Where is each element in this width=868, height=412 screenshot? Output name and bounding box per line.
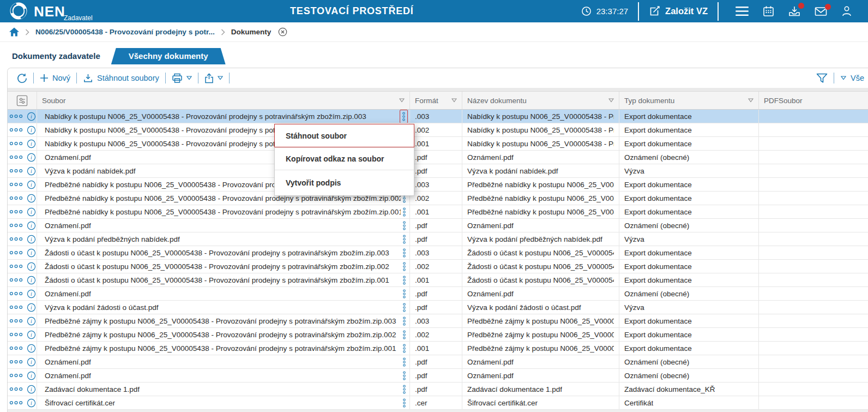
row-actions-icon[interactable]	[9, 401, 23, 405]
row-menu-trigger-icon[interactable]	[401, 260, 408, 273]
row-actions-icon[interactable]	[9, 196, 23, 200]
row-info-icon[interactable]: i	[27, 221, 36, 230]
filter-button[interactable]	[810, 73, 834, 83]
column-header-soubor[interactable]: Soubor	[37, 92, 410, 109]
calendar-icon[interactable]	[763, 5, 774, 17]
row-menu-trigger-icon[interactable]	[401, 329, 408, 341]
row-actions-icon[interactable]	[9, 169, 23, 173]
row-menu-trigger-icon[interactable]	[401, 206, 408, 218]
row-actions-icon[interactable]	[9, 305, 23, 309]
row-info-icon[interactable]: i	[27, 398, 36, 408]
row-info-icon[interactable]: i	[27, 317, 36, 326]
breadcrumb-current[interactable]: Dokumenty	[231, 28, 272, 36]
home-icon[interactable]	[9, 27, 19, 37]
tab-vsechny-dokumenty[interactable]: Všechny dokumenty	[111, 48, 226, 64]
row-menu-trigger-icon[interactable]	[401, 369, 408, 382]
row-menu-trigger-icon[interactable]	[401, 356, 408, 368]
row-actions-icon[interactable]	[9, 250, 23, 255]
close-icon[interactable]	[278, 27, 287, 37]
row-actions-icon[interactable]	[9, 141, 23, 146]
filter-icon[interactable]	[451, 98, 457, 103]
refresh-button[interactable]	[11, 73, 33, 83]
tab-dokumenty-zadavatele[interactable]: Dokumenty zadavatele	[8, 48, 116, 64]
menu-item-stahnout-soubor[interactable]: Stáhnout soubor	[274, 124, 414, 147]
row-info-icon[interactable]: i	[27, 276, 36, 285]
row-info-icon[interactable]: i	[27, 303, 36, 312]
table-row[interactable]: i Žádosti o účast k postupu N006_25_V000…	[8, 273, 868, 287]
row-actions-icon[interactable]	[9, 346, 23, 350]
table-row[interactable]: i Oznámení.pdf .pdf Oznámení.pdf Oznámen…	[8, 355, 868, 369]
row-actions-icon[interactable]	[9, 332, 23, 337]
table-row[interactable]: i Výzva k podání nabídek.pdf .pdf Výzva …	[8, 164, 868, 178]
row-info-icon[interactable]: i	[27, 371, 36, 380]
filter-preset-dropdown[interactable]: Vše	[834, 74, 868, 82]
row-info-icon[interactable]: i	[27, 207, 36, 217]
row-menu-trigger-icon[interactable]	[401, 288, 408, 300]
table-row[interactable]: i Oznámení.pdf .pdf Oznámení.pdf Oznámen…	[8, 369, 868, 383]
table-row[interactable]: i Předběžné nabídky k postupu N006_25_V0…	[8, 192, 868, 205]
row-info-icon[interactable]: i	[27, 194, 36, 203]
row-info-icon[interactable]: i	[27, 289, 36, 298]
row-info-icon[interactable]: i	[27, 139, 36, 148]
row-actions-icon[interactable]	[9, 360, 23, 364]
row-actions-icon[interactable]	[9, 387, 23, 391]
row-info-icon[interactable]: i	[27, 112, 36, 121]
row-actions-icon[interactable]	[9, 155, 23, 159]
downloads-icon[interactable]	[788, 5, 800, 17]
row-info-icon[interactable]: i	[27, 357, 36, 367]
row-info-icon[interactable]: i	[27, 166, 36, 176]
table-row[interactable]: i Výzva k podání předběžných nabídek.pdf…	[8, 232, 868, 246]
column-header-typ[interactable]: Typ dokumentu	[619, 92, 759, 109]
table-row[interactable]: i Šifrovací certifikát.cer .cer Šifrovac…	[8, 396, 868, 410]
table-row[interactable]: i Nabídky k postupu N006_25_V00005438 - …	[8, 110, 868, 123]
row-actions-icon[interactable]	[9, 210, 23, 214]
table-row[interactable]: i Výzva k podání žádosti o účast.pdf .pd…	[8, 301, 868, 314]
row-actions-icon[interactable]	[9, 182, 23, 187]
row-info-icon[interactable]: i	[27, 330, 36, 339]
row-menu-trigger-icon[interactable]	[400, 110, 408, 123]
table-row[interactable]: i Předběžné nabídky k postupu N006_25_V0…	[8, 178, 868, 192]
row-menu-trigger-icon[interactable]	[401, 383, 408, 396]
column-header-pdfsoubor[interactable]: PDFSoubor	[759, 92, 868, 109]
table-row[interactable]: i Oznámení.pdf .pdf Oznámení.pdf Oznámen…	[8, 151, 868, 164]
download-files-button[interactable]: Stáhnout soubory	[77, 73, 165, 83]
menu-item-vytvorit-podpis[interactable]: Vytvořit podpis	[275, 170, 414, 195]
filter-icon[interactable]	[399, 98, 405, 103]
column-chooser-button[interactable]	[8, 92, 37, 109]
row-info-icon[interactable]: i	[27, 385, 36, 394]
row-menu-trigger-icon[interactable]	[401, 342, 408, 355]
table-row[interactable]: i Předběžné nabídky k postupu N006_25_V0…	[8, 205, 868, 219]
table-row[interactable]: i Předběžné zájmy k postupu N006_25_V000…	[8, 342, 868, 355]
row-info-icon[interactable]: i	[27, 235, 36, 244]
table-row[interactable]: i Předběžné zájmy k postupu N006_25_V000…	[8, 328, 868, 342]
table-row[interactable]: i Nabídky k postupu N006_25_V00005438 - …	[8, 137, 868, 151]
row-actions-icon[interactable]	[9, 373, 23, 378]
row-actions-icon[interactable]	[9, 223, 23, 228]
row-actions-icon[interactable]	[9, 128, 23, 132]
create-vz-button[interactable]: Založit VZ	[649, 5, 708, 17]
filter-icon[interactable]	[608, 98, 614, 103]
table-row[interactable]: i Žádosti o účast k postupu N006_25_V000…	[8, 260, 868, 273]
print-button[interactable]	[166, 73, 198, 83]
breadcrumb-procedure[interactable]: N006/25/V00005438 - Provozování prodejny…	[35, 28, 215, 36]
mail-icon[interactable]	[815, 7, 827, 16]
row-info-icon[interactable]: i	[27, 126, 36, 135]
menu-item-kopirovat-odkaz[interactable]: Kopírovat odkaz na soubor	[275, 148, 414, 170]
row-menu-trigger-icon[interactable]	[401, 301, 408, 314]
export-button[interactable]	[198, 73, 229, 83]
table-row[interactable]: i Nabídky k postupu N006_25_V00005438 - …	[8, 123, 868, 137]
row-info-icon[interactable]: i	[27, 180, 36, 189]
table-row[interactable]: i Žádosti o účast k postupu N006_25_V000…	[8, 246, 868, 260]
row-actions-icon[interactable]	[9, 319, 23, 323]
new-button[interactable]: Nový	[34, 74, 76, 82]
row-menu-trigger-icon[interactable]	[401, 274, 408, 286]
table-row[interactable]: i Oznámení.pdf .pdf Oznámení.pdf Oznámen…	[8, 219, 868, 232]
row-info-icon[interactable]: i	[27, 153, 36, 162]
table-row[interactable]: i Předběžné zájmy k postupu N006_25_V000…	[8, 314, 868, 328]
row-info-icon[interactable]: i	[27, 262, 36, 271]
row-actions-icon[interactable]	[9, 278, 23, 282]
nen-logo[interactable]: NEN Zadavatel	[0, 0, 123, 22]
row-info-icon[interactable]: i	[27, 344, 36, 353]
row-actions-icon[interactable]	[9, 237, 23, 241]
column-header-format[interactable]: Formát	[410, 92, 462, 109]
